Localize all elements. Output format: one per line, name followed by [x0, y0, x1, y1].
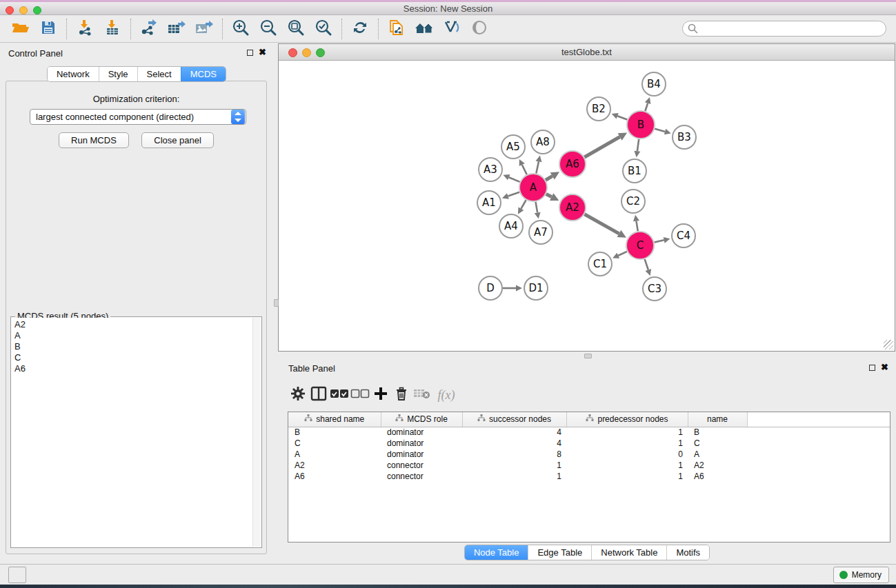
table-cell[interactable]: B	[288, 427, 381, 438]
table-cell[interactable]: A	[288, 449, 381, 460]
tab-edge-table[interactable]: Edge Table	[528, 545, 591, 560]
graph-node-C2[interactable]: C2	[621, 190, 645, 213]
graph-node-A[interactable]: A	[519, 174, 547, 201]
graph-edge-C-C1[interactable]	[618, 252, 627, 256]
zoom-out-button[interactable]	[255, 18, 282, 40]
table-cell[interactable]: 1	[566, 471, 688, 482]
table-cell[interactable]: B	[688, 427, 747, 438]
graph-node-A4[interactable]: A4	[499, 214, 523, 238]
table-cell[interactable]: A2	[688, 460, 747, 471]
delete-table-button[interactable]	[412, 384, 432, 406]
graph-node-A6[interactable]: A6	[559, 151, 586, 177]
graph-edge-A2-C[interactable]	[584, 214, 619, 234]
export-image-button[interactable]	[190, 18, 218, 40]
search-input[interactable]	[682, 21, 886, 37]
graph-node-B2[interactable]: B2	[587, 97, 610, 121]
close-panel-button[interactable]: Close panel	[141, 132, 214, 148]
result-item[interactable]: A2	[12, 319, 252, 330]
graph-edge-C-C2[interactable]	[636, 221, 637, 232]
column-header-MCDS-role[interactable]: MCDS role	[381, 412, 462, 427]
graph-node-D1[interactable]: D1	[524, 276, 548, 300]
run-mcds-button[interactable]: Run MCDS	[59, 132, 129, 148]
export-table-button[interactable]	[163, 18, 190, 40]
result-item[interactable]: A	[12, 330, 252, 341]
tab-network-table[interactable]: Network Table	[591, 545, 666, 560]
table-cell[interactable]: 1	[566, 438, 688, 449]
table-row[interactable]: A2connector11A2	[288, 460, 890, 471]
refresh-button[interactable]	[346, 18, 374, 40]
columns-button[interactable]	[308, 384, 329, 406]
graph-node-B4[interactable]: B4	[642, 72, 666, 96]
close-panel-icon[interactable]: ✖	[259, 47, 266, 57]
graph-edge-C-C4[interactable]	[654, 240, 664, 242]
memory-button[interactable]: Memory	[833, 567, 889, 583]
table-cell[interactable]: A2	[288, 460, 381, 471]
table-cell[interactable]: dominator	[381, 427, 462, 438]
tab-network[interactable]: Network	[48, 67, 99, 81]
table-cell[interactable]: connector	[381, 471, 462, 482]
graph-node-D[interactable]: D	[479, 276, 502, 300]
table-float-icon[interactable]	[869, 365, 875, 371]
graph-edge-A-A2[interactable]	[546, 194, 552, 197]
graph-edge-A-A1[interactable]	[508, 192, 519, 196]
graph-edge-B-B1[interactable]	[637, 139, 639, 151]
column-header-predecessor-nodes[interactable]: predecessor nodes	[566, 412, 688, 427]
table-row[interactable]: Cdominator41C	[288, 438, 890, 449]
graph-node-B[interactable]: B	[627, 111, 655, 139]
column-header-shared-name[interactable]: shared name	[288, 412, 381, 427]
clone-network-button[interactable]	[383, 18, 410, 40]
table-row[interactable]: Bdominator41B	[288, 427, 890, 438]
gear-button[interactable]	[288, 384, 308, 406]
graph-node-A7[interactable]: A7	[529, 221, 552, 244]
graph-node-C4[interactable]: C4	[672, 224, 695, 247]
table-cell[interactable]: 1	[566, 460, 688, 471]
graph-edge-B-B3[interactable]	[655, 129, 665, 132]
table-row[interactable]: A6connector11A6	[288, 471, 890, 482]
table-cell[interactable]: connector	[381, 460, 462, 471]
table-cell[interactable]: C	[688, 438, 747, 449]
table-cell[interactable]: 4	[462, 438, 566, 449]
table-cell[interactable]: A6	[688, 471, 747, 482]
title-bar[interactable]: Session: New Session	[0, 0, 896, 15]
graph-edge-A-A6[interactable]	[546, 176, 552, 180]
tab-select[interactable]: Select	[137, 67, 181, 81]
graph-node-C[interactable]: C	[626, 232, 654, 259]
result-item[interactable]: A6	[12, 363, 252, 374]
zoom-selected-button[interactable]	[310, 18, 337, 40]
export-network-button[interactable]	[135, 18, 163, 40]
tab-motifs[interactable]: Motifs	[666, 545, 709, 560]
vertical-splitter-handle[interactable]	[274, 299, 279, 307]
graph-edge-A-A4[interactable]	[521, 200, 526, 209]
tab-style[interactable]: Style	[99, 67, 137, 81]
table-cell[interactable]: 1	[566, 427, 688, 438]
home-button[interactable]	[410, 18, 438, 40]
graph-edge-A-A7[interactable]	[536, 202, 538, 213]
graph-edge-B-B4[interactable]	[645, 103, 648, 111]
network-graph[interactable]: AA1A2A3A4A5A6A7A8BB1B2B3B4CC1C2C3C4DD1	[279, 61, 895, 351]
delete-button[interactable]	[391, 384, 412, 406]
criterion-select[interactable]: largest connected component (directed)	[30, 109, 246, 125]
open-button[interactable]	[7, 18, 34, 40]
graph-edge-C-C3[interactable]	[645, 259, 648, 270]
table-cell[interactable]: A6	[288, 471, 381, 482]
graph-node-A5[interactable]: A5	[501, 135, 525, 159]
eye-button[interactable]	[466, 18, 493, 40]
table-cell[interactable]: 0	[566, 449, 688, 460]
table-close-icon[interactable]: ✖	[881, 362, 888, 372]
deselect-all-button[interactable]	[350, 384, 370, 406]
graph-edge-A-A8[interactable]	[536, 161, 539, 173]
graph-node-A8[interactable]: A8	[531, 130, 555, 154]
import-table-button[interactable]	[99, 18, 126, 40]
import-network-button[interactable]	[71, 18, 99, 40]
graph-edge-A6-B[interactable]	[584, 136, 619, 157]
table-cell[interactable]: 8	[462, 449, 566, 460]
network-window-titlebar[interactable]: testGlobe.txt	[279, 44, 895, 61]
resize-grip[interactable]	[884, 340, 893, 349]
graph-node-B3[interactable]: B3	[673, 125, 696, 149]
mcds-result-list[interactable]: A2ABCA6	[12, 318, 252, 547]
column-header-name[interactable]: name	[688, 412, 747, 427]
task-history-button[interactable]	[8, 567, 26, 583]
save-button[interactable]	[34, 18, 62, 40]
graph-edge-B-B2[interactable]	[617, 116, 627, 119]
network-canvas[interactable]: AA1A2A3A4A5A6A7A8BB1B2B3B4CC1C2C3C4DD1	[279, 61, 895, 351]
